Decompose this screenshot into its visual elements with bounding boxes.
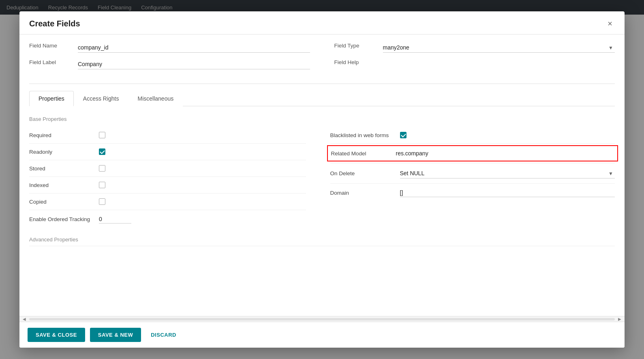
prop-divider-4 [29, 193, 306, 193]
left-form-col: Field Name Field Label [29, 43, 310, 77]
prop-divider-r1 [330, 143, 615, 144]
dialog-overlay: Create Fields × Field Name Field Label [0, 0, 644, 359]
prop-divider-1 [29, 143, 306, 144]
field-label-label: Field Label [29, 59, 78, 65]
prop-divider-2 [29, 160, 306, 160]
props-left-col: Required Readonly Stored [29, 129, 322, 227]
enable-ordered-row: Enable Ordered Tracking [29, 212, 306, 227]
discard-button[interactable]: DISCARD [146, 328, 181, 342]
stored-checkbox[interactable] [99, 165, 105, 172]
field-label-input[interactable] [78, 59, 310, 69]
field-name-input[interactable] [78, 43, 310, 53]
dialog-header: Create Fields × [19, 11, 625, 34]
copied-row: Copied [29, 195, 306, 208]
field-help-row: Field Help [334, 59, 615, 71]
blacklisted-row: Blacklisted in web forms [330, 129, 615, 142]
create-fields-dialog: Create Fields × Field Name Field Label [19, 11, 625, 348]
required-row: Required [29, 129, 306, 142]
save-new-button[interactable]: SAVE & NEW [90, 328, 141, 342]
readonly-label: Readonly [29, 149, 94, 155]
dialog-body: Field Name Field Label Field Type [19, 34, 625, 316]
field-type-select-wrapper: many2one many2many one2many char integer… [383, 43, 615, 53]
scroll-right-icon[interactable]: ▶ [616, 317, 623, 321]
field-name-row: Field Name [29, 43, 310, 53]
required-label: Required [29, 132, 94, 138]
blacklisted-label: Blacklisted in web forms [330, 132, 395, 138]
save-close-button[interactable]: SAVE & CLOSE [28, 328, 85, 342]
prop-divider-3 [29, 176, 306, 177]
properties-grid: Required Readonly Stored [29, 129, 615, 227]
horizontal-scrollbar[interactable]: ◀ ▶ [19, 316, 625, 322]
blacklisted-checkbox[interactable] [400, 132, 407, 138]
right-form-col: Field Type many2one many2many one2many c… [334, 43, 615, 77]
props-right-col: Blacklisted in web forms Related Model O… [322, 129, 615, 227]
enable-ordered-label: Enable Ordered Tracking [29, 216, 94, 222]
tabs-container: Properties Access Rights Miscellaneous [29, 90, 615, 106]
related-model-label: Related Model [331, 150, 396, 157]
scrollbar-track [29, 318, 615, 320]
form-separator [29, 84, 615, 84]
readonly-checkbox[interactable] [99, 148, 105, 155]
enable-ordered-input[interactable] [99, 215, 131, 224]
advanced-properties-label: Advanced Properties [29, 236, 615, 246]
prop-divider-5 [29, 210, 306, 210]
base-properties-section-label: Base Properties [29, 116, 615, 122]
field-type-row: Field Type many2one many2many one2many c… [334, 43, 615, 53]
tab-access-rights[interactable]: Access Rights [74, 91, 128, 106]
field-type-select[interactable]: many2one many2many one2many char integer [383, 43, 615, 53]
field-help-label: Field Help [334, 59, 383, 65]
indexed-row: Indexed [29, 178, 306, 191]
copied-checkbox[interactable] [99, 198, 105, 205]
on-delete-select[interactable]: Set NULL Restrict Cascade [400, 168, 615, 178]
dialog-title: Create Fields [29, 19, 80, 28]
close-button[interactable]: × [605, 19, 615, 28]
stored-label: Stored [29, 166, 94, 172]
field-name-label: Field Name [29, 43, 78, 49]
tab-properties[interactable]: Properties [29, 91, 74, 106]
field-help-area[interactable] [383, 59, 615, 71]
prop-divider-r3 [330, 183, 615, 184]
related-model-row: Related Model [327, 145, 618, 161]
on-delete-select-wrapper: Set NULL Restrict Cascade ▼ [400, 168, 615, 178]
domain-input[interactable] [400, 189, 615, 197]
domain-label: Domain [330, 190, 395, 196]
field-type-label: Field Type [334, 43, 383, 49]
related-model-input[interactable] [396, 149, 614, 157]
on-delete-label: On Delete [330, 170, 395, 176]
copied-label: Copied [29, 199, 94, 205]
top-form: Field Name Field Label Field Type [29, 43, 615, 77]
on-delete-row: On Delete Set NULL Restrict Cascade ▼ [330, 165, 615, 182]
indexed-label: Indexed [29, 182, 94, 188]
dialog-footer: SAVE & CLOSE SAVE & NEW DISCARD [19, 322, 625, 348]
domain-row: Domain [330, 185, 615, 200]
required-checkbox[interactable] [99, 132, 105, 138]
prop-divider-r2 [330, 163, 615, 163]
field-label-row: Field Label [29, 59, 310, 69]
indexed-checkbox[interactable] [99, 182, 105, 188]
tab-miscellaneous[interactable]: Miscellaneous [128, 91, 183, 106]
readonly-row: Readonly [29, 145, 306, 158]
scroll-left-icon[interactable]: ◀ [21, 317, 28, 321]
stored-row: Stored [29, 162, 306, 175]
